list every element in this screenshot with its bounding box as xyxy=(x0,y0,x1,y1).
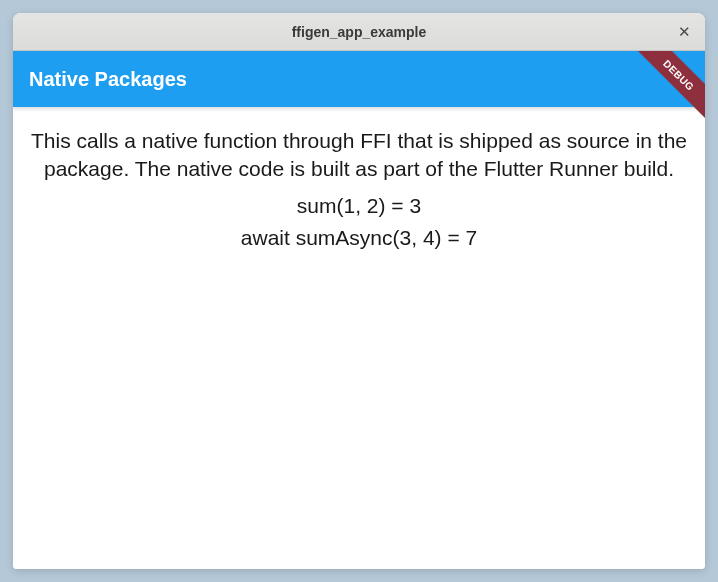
window-titlebar[interactable]: ffigen_app_example ✕ xyxy=(13,13,705,51)
debug-banner-label: DEBUG xyxy=(661,57,696,92)
sum-result-text: sum(1, 2) = 3 xyxy=(297,194,421,218)
content-area: This calls a native function through FFI… xyxy=(13,107,705,569)
sum-async-result-text: await sumAsync(3, 4) = 7 xyxy=(241,226,477,250)
app-bar: Native Packages DEBUG xyxy=(13,51,705,107)
window-title: ffigen_app_example xyxy=(292,24,427,40)
app-window: ffigen_app_example ✕ Native Packages DEB… xyxy=(13,13,705,569)
description-text: This calls a native function through FFI… xyxy=(29,127,689,184)
app-bar-title: Native Packages xyxy=(29,68,187,91)
close-icon[interactable]: ✕ xyxy=(675,23,693,41)
